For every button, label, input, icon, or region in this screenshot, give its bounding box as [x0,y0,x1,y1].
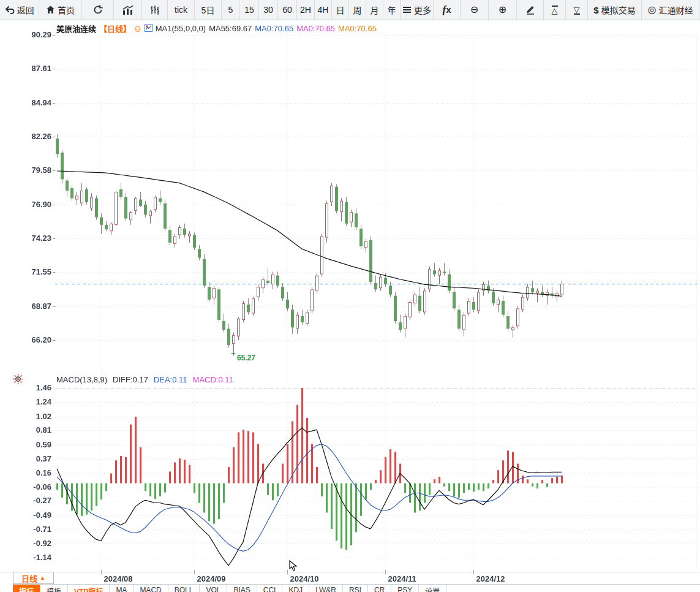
period-month-label: 月 [371,4,379,16]
refresh-icon [93,5,103,15]
toolbar: 返回首页tick5日51530602H4H日周月年更多fx⊖⊕△▽$模拟交易◎汇… [0,0,700,20]
indicator-tab-indicator[interactable]: 指标 [13,585,40,592]
zoom-in-icon: ⊕ [499,5,506,15]
period-selector[interactable]: 日线 ▲ [13,572,54,584]
ma0-orange-value: MA0:70.65 [338,24,377,33]
period-day-label: 日 [336,4,345,16]
period-4h-label: 4H [318,5,329,15]
period-15-label: 15 [244,5,254,15]
period-year-button[interactable]: 年 [383,0,401,20]
chart-canvas[interactable] [0,20,700,592]
indicator-tab-bias[interactable]: BIAS [227,585,257,592]
indicator-tab-macd[interactable]: MACD [134,585,168,592]
indicator-tab-ma[interactable]: MA [110,585,134,592]
chevron-up-icon: ▲ [40,575,45,581]
home-label: 首页 [58,4,75,16]
tick-label: tick [175,5,187,15]
mini-chart-icon[interactable] [145,24,152,34]
back-label: 返回 [17,4,34,16]
collapse-icon[interactable]: ⊖ [134,24,141,34]
period-day-button[interactable]: 日 [332,0,349,20]
indicator-tab-settings[interactable]: 设置 [419,585,446,592]
indicator-tab-psy[interactable]: PSY [391,585,419,592]
period-month-button[interactable]: 月 [366,0,383,20]
period-5d-label: 5日 [201,4,215,16]
indicator-tab-lwr[interactable]: LW&R [309,585,343,592]
more-icon [402,6,412,13]
more-label: 更多 [414,4,431,16]
limit-up-icon: △ [552,6,558,15]
period-5d-button[interactable]: 5日 [195,0,222,20]
period-15-button[interactable]: 15 [240,0,259,20]
xaxis-bar [0,572,700,584]
indicator-tab-rsi[interactable]: RSI [343,585,368,592]
period-week-button[interactable]: 周 [349,0,366,20]
back-button[interactable]: 返回 [0,0,39,20]
period-2h-button[interactable]: 2H [297,0,315,20]
brand-icon: ◎ [648,5,657,15]
back-icon [5,6,15,14]
period-30-button[interactable]: 30 [259,0,278,20]
period-week-label: 周 [353,4,362,16]
refresh-button[interactable] [82,0,114,20]
draw-icon [525,5,535,15]
bar-chart-icon [122,6,134,15]
sim-trade-label: 模拟交易 [601,4,636,16]
limit-down-icon: ▽ [574,6,580,15]
bar-chart-button[interactable] [114,0,142,20]
indicator-tab-kdj[interactable]: KDJ [282,585,309,592]
candle-chart-button[interactable] [142,0,168,20]
zoom-out-icon: ⊖ [470,5,478,15]
ma0-magenta-value: MA0:70.65 [296,24,335,33]
macd-params: MACD(13,8,9) [56,375,107,384]
period-selector-label: 日线 [21,572,37,584]
mouse-cursor [289,560,297,572]
instrument-title: 美原油连续 [56,23,96,34]
fx-icon: fx [442,4,451,16]
period-60-label: 60 [282,5,292,15]
macd-header: MACD(13,8,9) DIFF:0.17 DEA:0.11 MACD:0.1… [56,375,233,384]
period-5-button[interactable]: 5 [222,0,240,20]
main-chart-header: 美原油连续 【日线】 ⊖ MA1(55,0,0,0) MA55:69.67 MA… [56,23,377,34]
period-5-label: 5 [228,5,233,15]
macd-value: MACD:0.11 [193,375,233,384]
period-tag[interactable]: 【日线】 [99,23,131,34]
period-4h-button[interactable]: 4H [315,0,332,20]
ma1-label: MA1(55,0,0,0) [156,24,206,33]
dea-value: DEA:0.11 [154,375,187,384]
candle-chart-icon [150,6,160,15]
fx-indicator-button[interactable]: fx [434,0,461,20]
more-button[interactable]: 更多 [401,0,434,20]
indicator-tab-vtp-indicator[interactable]: VTP指标 [68,585,110,592]
indicator-tab-boll[interactable]: BOLL [168,585,200,592]
indicator-tab-cci[interactable]: CCI [257,585,283,592]
app-window: 返回首页tick5日51530602H4H日周月年更多fx⊖⊕△▽$模拟交易◎汇… [0,0,700,592]
home-icon [46,6,55,14]
period-2h-label: 2H [300,5,311,15]
indicator-tab-vol[interactable]: VOL [200,585,227,592]
limit-up-button[interactable]: △ [544,0,566,20]
indicator-sun-icon[interactable] [13,374,23,384]
tick-button[interactable]: tick [168,0,195,20]
home-button[interactable]: 首页 [39,0,82,20]
zoom-in-button[interactable]: ⊕ [489,0,517,20]
diff-value: DIFF:0.17 [113,375,148,384]
period-year-label: 年 [388,4,396,16]
indicator-tabs: 指标模板VTP指标MAMACDBOLLVOLBIASCCIKDJLW&RRSIC… [13,584,700,592]
fx678-brand-button[interactable]: ◎汇通财经 [642,0,699,20]
limit-down-button[interactable]: ▽ [566,0,588,20]
dollar-icon: $ [593,6,598,15]
ma55-value: MA55:69.67 [209,24,252,33]
indicator-tab-template[interactable]: 模板 [40,585,68,592]
period-30-label: 30 [263,5,273,15]
sim-trade-button[interactable]: $模拟交易 [588,0,642,20]
period-60-button[interactable]: 60 [278,0,297,20]
fx678-brand-label: 汇通财经 [658,4,693,16]
indicator-tab-cr[interactable]: CR [368,585,391,592]
ma0-blue-value: MA0:70.65 [255,24,293,33]
draw-button[interactable] [517,0,544,20]
zoom-out-button[interactable]: ⊖ [461,0,489,20]
